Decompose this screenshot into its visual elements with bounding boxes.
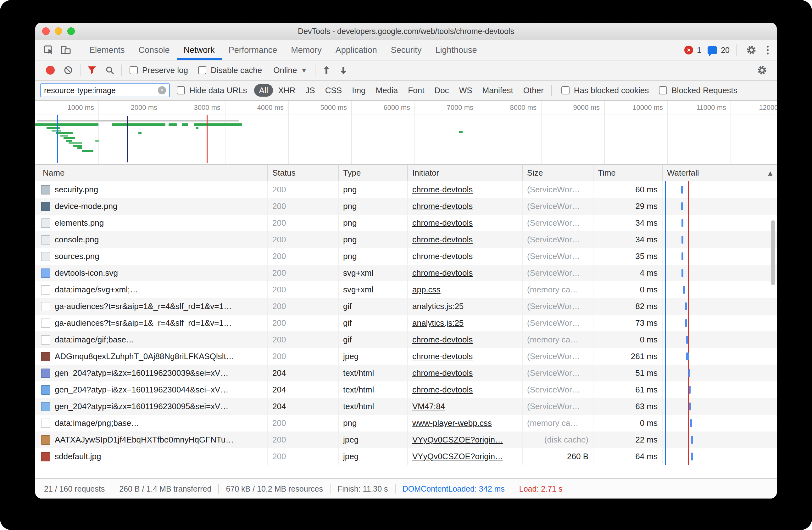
- inspect-element-icon[interactable]: [40, 42, 57, 58]
- type-filter-css[interactable]: CSS: [320, 84, 347, 97]
- time-cell: 34 ms: [593, 231, 662, 248]
- tab-elements[interactable]: Elements: [83, 40, 132, 60]
- initiator-link[interactable]: analytics.js:25: [412, 302, 464, 311]
- type-filter-manifest[interactable]: Manifest: [477, 84, 518, 97]
- disable-cache-checkbox[interactable]: Disable cache: [198, 66, 262, 75]
- waterfall-cell: [662, 448, 777, 465]
- size-cell: (ServiceWor…: [522, 381, 593, 398]
- initiator-link[interactable]: VYyQv0CSZOE?origin…: [412, 435, 503, 445]
- overview-request-bar: [66, 140, 72, 142]
- blocked-requests-checkbox[interactable]: Blocked Requests: [659, 86, 738, 95]
- close-button[interactable]: [42, 27, 50, 35]
- overview-time-label: 4000 ms: [223, 103, 286, 112]
- export-har-icon[interactable]: [339, 66, 348, 75]
- initiator-link[interactable]: chrome-devtools: [412, 351, 473, 361]
- checkbox-label: Blocked Requests: [671, 86, 738, 95]
- status-cell: 204: [267, 398, 338, 415]
- initiator-link[interactable]: chrome-devtools: [412, 385, 473, 395]
- overview-request-bar: [73, 145, 82, 147]
- type-filter-xhr[interactable]: XHR: [273, 84, 300, 97]
- initiator-link[interactable]: VYyQv0CSZOE?origin…: [412, 452, 503, 461]
- clear-network-log-icon[interactable]: [63, 66, 73, 75]
- initiator-link[interactable]: chrome-devtools: [412, 235, 473, 245]
- network-filter-input[interactable]: [44, 86, 155, 95]
- issues-bubble-icon[interactable]: [708, 46, 717, 54]
- type-filter-doc[interactable]: Doc: [429, 84, 454, 97]
- tab-performance[interactable]: Performance: [222, 40, 284, 60]
- search-icon[interactable]: [105, 66, 115, 75]
- initiator-link[interactable]: app.css: [412, 285, 440, 295]
- time-cell: 261 ms: [593, 348, 662, 365]
- initiator-link[interactable]: chrome-devtools: [412, 218, 473, 228]
- tab-network[interactable]: Network: [177, 40, 222, 60]
- name-cell: sources.png: [35, 248, 267, 265]
- window-title: DevTools - developers.google.com/web/too…: [298, 27, 514, 36]
- clear-filter-icon[interactable]: ×: [158, 86, 166, 94]
- type-filter-font[interactable]: Font: [403, 84, 429, 97]
- column-header-name[interactable]: Name: [35, 165, 267, 181]
- tab-security[interactable]: Security: [384, 40, 429, 60]
- table-empty-area: [35, 465, 777, 478]
- status-cell: 200: [267, 248, 338, 265]
- initiator-link[interactable]: chrome-devtools: [412, 368, 473, 378]
- initiator-link[interactable]: chrome-devtools: [412, 268, 473, 278]
- request-name: console.png: [55, 235, 263, 245]
- initiator-link[interactable]: chrome-devtools: [412, 185, 473, 195]
- toolbar-divider: [551, 85, 552, 96]
- hide-data-urls-checkbox[interactable]: Hide data URLs: [177, 86, 247, 95]
- summary-bar: 21 / 160 requests260 B / 1.4 MB transfer…: [35, 478, 777, 499]
- settings-gear-icon[interactable]: [743, 42, 760, 58]
- throttling-select[interactable]: Online ▼: [273, 66, 306, 75]
- overview-request-bar: [63, 137, 75, 139]
- request-name: elements.png: [55, 218, 263, 228]
- initiator-link[interactable]: chrome-devtools: [412, 201, 473, 211]
- waterfall-cell: [662, 298, 777, 315]
- tab-console[interactable]: Console: [132, 40, 177, 60]
- request-name: device-mode.png: [55, 201, 263, 211]
- error-badge-icon[interactable]: ×: [684, 46, 693, 54]
- checkbox-box: [177, 86, 185, 94]
- checkbox-box: [659, 86, 667, 94]
- type-c ell: jpeg: [338, 348, 407, 365]
- column-header-status[interactable]: Status: [267, 165, 338, 181]
- device-toolbar-icon[interactable]: [57, 42, 74, 58]
- size-cell: 260 B: [522, 448, 593, 465]
- overview-request-bar: [182, 123, 188, 126]
- initiator-cell: chrome-devtools: [407, 365, 522, 381]
- overview-strip[interactable]: 1000 ms2000 ms3000 ms4000 ms5000 ms6000 …: [35, 101, 777, 165]
- summary-separator: [218, 484, 219, 493]
- type-filter-js[interactable]: JS: [300, 84, 320, 97]
- import-har-icon[interactable]: [322, 66, 331, 75]
- type-filter-ws[interactable]: WS: [454, 84, 477, 97]
- record-network-log-button[interactable]: [46, 66, 55, 74]
- filter-funnel-icon[interactable]: [87, 66, 96, 74]
- initiator-link[interactable]: www-player-webp.css: [412, 418, 492, 428]
- type-filter-other[interactable]: Other: [518, 84, 549, 97]
- overview-request-bar: [459, 131, 463, 133]
- type-filter-media[interactable]: Media: [371, 84, 403, 97]
- column-header-type[interactable]: Type: [338, 165, 407, 181]
- tab-lighthouse[interactable]: Lighthouse: [428, 40, 484, 60]
- zoom-button[interactable]: [67, 27, 75, 35]
- type-filter-all[interactable]: All: [254, 84, 273, 97]
- tab-application[interactable]: Application: [329, 40, 384, 60]
- has-blocked-cookies-checkbox[interactable]: Has blocked cookies: [561, 86, 649, 95]
- column-header-time[interactable]: Time: [593, 165, 662, 181]
- minimize-button[interactable]: [55, 27, 62, 35]
- more-options-icon[interactable]: [764, 46, 772, 54]
- vertical-scrollbar-thumb[interactable]: [771, 220, 775, 285]
- preserve-log-checkbox[interactable]: Preserve log: [130, 66, 188, 75]
- initiator-link[interactable]: chrome-devtools: [412, 251, 473, 261]
- tab-memory[interactable]: Memory: [284, 40, 329, 60]
- column-header-waterfall[interactable]: Waterfall▲: [662, 165, 777, 181]
- network-settings-gear-icon[interactable]: [754, 62, 770, 79]
- overview-request-bar: [82, 150, 93, 152]
- column-header-initiator[interactable]: Initiator: [407, 165, 522, 181]
- toolbar-divider: [315, 65, 316, 76]
- initiator-link[interactable]: chrome-devtools: [412, 335, 473, 345]
- initiator-link[interactable]: VM47:84: [412, 402, 445, 412]
- column-header-size[interactable]: Size: [522, 165, 593, 181]
- chevron-down-icon: ▼: [302, 67, 306, 73]
- initiator-link[interactable]: analytics.js:25: [412, 318, 464, 328]
- type-filter-img[interactable]: Img: [347, 84, 371, 97]
